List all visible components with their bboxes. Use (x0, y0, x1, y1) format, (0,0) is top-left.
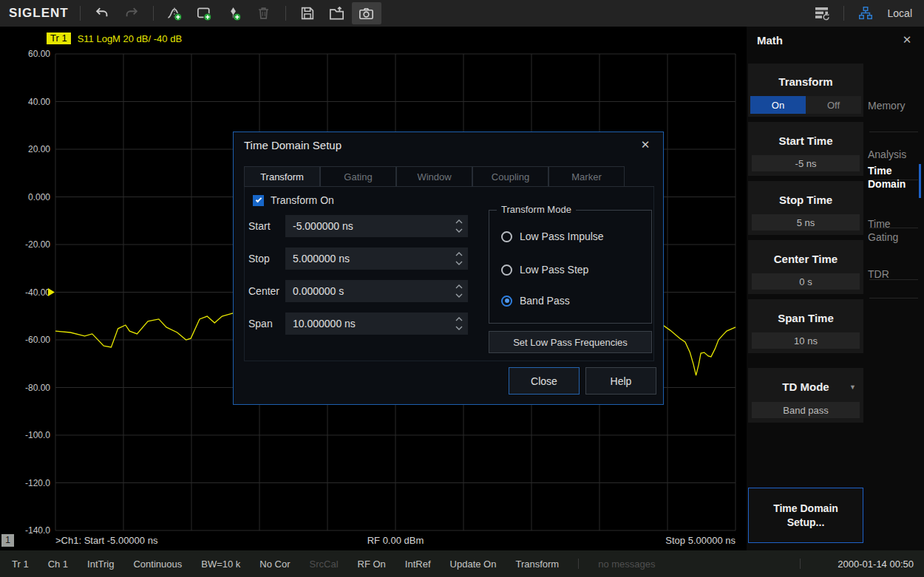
screenshot-button[interactable] (352, 2, 381, 24)
stop-time-value[interactable]: 5 ns (752, 214, 860, 231)
center-time-value[interactable]: 0 s (752, 273, 860, 290)
stop-value: 5.000000 ns (293, 253, 350, 264)
start-input[interactable]: -5.000000 ns (285, 215, 468, 237)
span-input[interactable]: 10.000000 ns (285, 313, 468, 335)
delete-button[interactable] (249, 2, 279, 24)
span-time-value[interactable]: 10 ns (752, 332, 860, 349)
status-sweep-mode: Continuous (133, 559, 182, 570)
add-trace-button[interactable] (160, 2, 190, 24)
menu-label: Time Gating (868, 218, 898, 243)
status-trigger: IntTrig (87, 559, 114, 570)
close-button[interactable]: Close (509, 367, 580, 395)
start-spinner[interactable] (452, 217, 466, 235)
channel-number-badge[interactable]: 1 (1, 534, 14, 547)
block-title: Stop Time (748, 194, 863, 206)
dialog-title: Time Domain Setup (244, 139, 342, 151)
trace-header: Tr 1 S11 LogM 20 dB/ -40 dB (47, 33, 182, 44)
stop-time-block[interactable]: Stop Time 5 ns (748, 181, 863, 235)
radio-band-pass[interactable]: Band Pass (501, 294, 570, 307)
display-layout-button[interactable] (807, 2, 837, 24)
trace-badge[interactable]: Tr 1 (47, 33, 71, 44)
span-field-row: Span 10.000000 ns (248, 313, 470, 335)
chevron-down-icon (455, 228, 463, 233)
radio-low-pass-impulse[interactable]: Low Pass Impulse (501, 230, 604, 243)
tab-window[interactable]: Window (396, 166, 472, 186)
set-low-pass-frequencies-button[interactable]: Set Low Pass Frequencies (489, 331, 652, 353)
block-title: Center Time (748, 253, 863, 265)
status-transform: Transform (515, 559, 559, 570)
tab-coupling[interactable]: Coupling (472, 166, 548, 186)
reference-level-marker[interactable] (48, 288, 55, 296)
tab-transform[interactable]: Transform (244, 166, 320, 186)
separator (869, 298, 918, 298)
transform-off-option[interactable]: Off (806, 96, 861, 114)
menu-item-time-domain[interactable]: Time Domain (868, 164, 921, 191)
transform-on-option[interactable]: On (750, 96, 806, 114)
redo-button[interactable] (117, 2, 146, 24)
y-tick-label: 40.00 (28, 97, 50, 107)
separator (153, 6, 154, 21)
y-tick-label: -60.00 (25, 335, 50, 345)
sweep-stop-label: Stop 5.00000 ns (665, 535, 736, 546)
trash-icon (256, 5, 272, 21)
center-label: Center (248, 285, 279, 297)
dropdown-arrow-icon[interactable]: ▼ (849, 383, 856, 391)
radio-dot (505, 298, 509, 303)
tab-gating[interactable]: Gating (320, 166, 396, 186)
dialog-titlebar[interactable]: Time Domain Setup ✕ (234, 132, 663, 157)
stop-spinner[interactable] (452, 250, 466, 267)
recall-button[interactable] (322, 2, 352, 24)
menu-item-time-gating[interactable]: Time Gating (868, 217, 921, 244)
menu-item-analysis[interactable]: Analysis (868, 148, 921, 161)
stop-input[interactable]: 5.000000 ns (285, 247, 468, 270)
y-tick-label: 60.00 (28, 49, 50, 59)
time-domain-setup-button[interactable]: Time Domain Setup... (748, 488, 863, 543)
td-mode-value[interactable]: Band pass (752, 402, 860, 418)
start-field-row: Start -5.000000 ns (248, 215, 470, 237)
start-time-value[interactable]: -5 ns (752, 155, 860, 171)
tab-label: Window (417, 171, 451, 182)
center-field-row: Center 0.000000 s (248, 280, 470, 302)
radio-low-pass-step[interactable]: Low Pass Step (501, 263, 588, 276)
dialog-tabs: Transform Gating Window Coupling Marker (244, 166, 654, 187)
block-title: TD Mode (748, 380, 863, 393)
menu-item-memory[interactable]: Memory (868, 99, 921, 112)
help-button[interactable]: Help (585, 367, 656, 395)
center-value: 0.000000 s (293, 285, 344, 297)
network-button[interactable] (851, 2, 880, 24)
start-time-block[interactable]: Start Time -5 ns (748, 122, 863, 176)
open-file-icon (328, 5, 345, 22)
radio-label: Band Pass (520, 295, 570, 307)
status-reference: IntRef (405, 559, 431, 570)
td-mode-block[interactable]: TD Mode ▼ Band pass (748, 368, 863, 423)
start-label: Start (248, 220, 271, 232)
menu-item-tdr[interactable]: TDR (868, 267, 921, 281)
center-time-block[interactable]: Center Time 0 s (748, 240, 863, 294)
panel-close-icon[interactable]: ✕ (900, 33, 914, 47)
center-input[interactable]: 0.000000 s (285, 280, 468, 302)
save-icon (299, 5, 316, 21)
center-spinner[interactable] (452, 282, 466, 300)
local-status-label: Local (888, 7, 912, 19)
span-spinner[interactable] (452, 315, 466, 332)
status-bar: Tr 1 Ch 1 IntTrig Continuous BW=10 k No … (0, 550, 924, 577)
dialog-close-icon[interactable]: ✕ (638, 138, 653, 151)
transform-mode-legend: Transform Mode (497, 204, 576, 215)
check-icon (255, 197, 261, 202)
status-rf: RF On (358, 559, 386, 570)
block-title: Transform (748, 75, 863, 88)
undo-button[interactable] (87, 2, 117, 24)
add-marker-button[interactable] (220, 2, 249, 24)
panel-title: Math (757, 34, 783, 47)
save-button[interactable] (293, 2, 322, 24)
undo-icon (94, 5, 110, 21)
transform-on-checkbox[interactable] (253, 195, 264, 206)
span-time-block[interactable]: Span Time 10 ns (748, 299, 863, 353)
add-window-button[interactable] (190, 2, 220, 24)
camera-icon (358, 5, 375, 22)
radio-icon (501, 296, 512, 307)
menu-label: Time Domain (868, 165, 906, 190)
tab-marker[interactable]: Marker (548, 166, 625, 186)
span-label: Span (248, 318, 273, 330)
y-tick-label: -100.0 (25, 430, 50, 440)
